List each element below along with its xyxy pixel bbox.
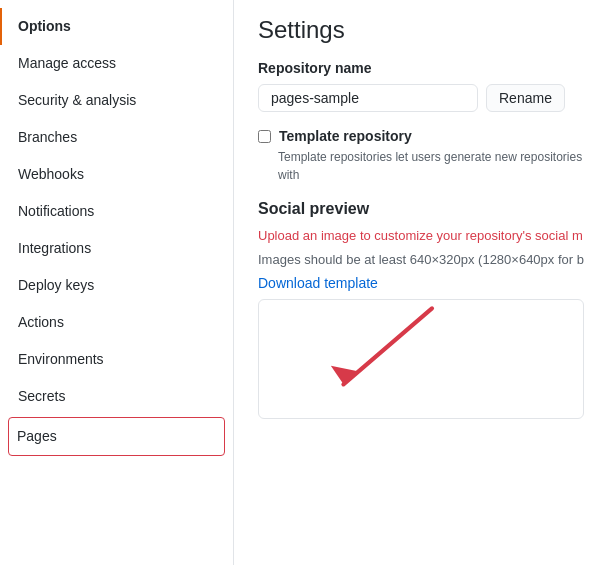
page-title: Settings: [258, 16, 584, 44]
sidebar-item-manage-access[interactable]: Manage access: [0, 45, 233, 82]
sidebar-item-webhooks[interactable]: Webhooks: [0, 156, 233, 193]
sidebar-item-branches[interactable]: Branches: [0, 119, 233, 156]
social-preview-title: Social preview: [258, 200, 584, 218]
sidebar-item-integrations[interactable]: Integrations: [0, 230, 233, 267]
social-preview-group: Social preview Upload an image to custom…: [258, 200, 584, 419]
rename-button[interactable]: Rename: [486, 84, 565, 112]
sidebar-item-secrets[interactable]: Secrets: [0, 378, 233, 415]
svg-line-0: [343, 308, 432, 384]
sidebar-item-environments[interactable]: Environments: [0, 341, 233, 378]
upload-text: Upload an image to customize your reposi…: [258, 226, 584, 246]
repo-name-input[interactable]: [258, 84, 478, 112]
template-checkbox-row: Template repository: [258, 128, 584, 144]
sidebar-item-actions[interactable]: Actions: [0, 304, 233, 341]
template-repo-group: Template repository Template repositorie…: [258, 128, 584, 184]
sidebar: Options Manage access Security & analysi…: [0, 0, 234, 565]
repo-name-label: Repository name: [258, 60, 584, 76]
template-help-text: Template repositories let users generate…: [278, 148, 584, 184]
svg-marker-1: [331, 366, 361, 385]
sidebar-item-deploy-keys[interactable]: Deploy keys: [0, 267, 233, 304]
template-checkbox[interactable]: [258, 130, 271, 143]
repo-name-group: Repository name Rename: [258, 60, 584, 112]
sidebar-item-pages[interactable]: Pages: [8, 417, 225, 456]
sidebar-item-notifications[interactable]: Notifications: [0, 193, 233, 230]
template-checkbox-label: Template repository: [279, 128, 412, 144]
sidebar-item-security-analysis[interactable]: Security & analysis: [0, 82, 233, 119]
image-hint: Images should be at least 640×320px (128…: [258, 250, 584, 270]
sidebar-item-options[interactable]: Options: [0, 8, 233, 45]
main-content: Settings Repository name Rename Template…: [234, 0, 608, 565]
download-template-link[interactable]: Download template: [258, 275, 378, 291]
repo-name-input-row: Rename: [258, 84, 584, 112]
annotation-arrow: [259, 300, 583, 418]
social-preview-box: [258, 299, 584, 419]
